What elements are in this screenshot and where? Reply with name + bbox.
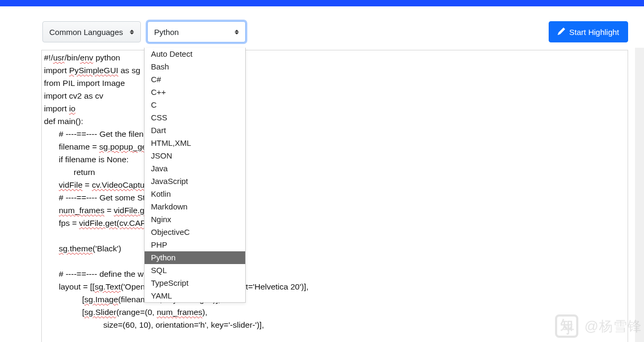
language-option[interactable]: TypeScript — [145, 277, 245, 290]
code-line: vidFile = cv.VideoCapture — [44, 179, 625, 191]
code-line: layout = [[sg.Text('OpenCV Demo', size=(… — [44, 280, 625, 293]
code-line: sg.theme('Black') — [44, 242, 625, 255]
code-line: #!/usr/bin/env python — [44, 51, 625, 64]
start-highlight-label: Start Highlight — [569, 28, 619, 37]
language-select[interactable]: Python — [147, 21, 246, 42]
code-line: def main(): — [44, 115, 625, 128]
app-top-bar — [0, 0, 644, 6]
code-line: # ----==---- Get the filen — [44, 128, 625, 141]
toolbar: Common Languages Python Start Highlight … — [0, 6, 644, 50]
start-highlight-button[interactable]: Start Highlight — [549, 21, 628, 42]
language-option[interactable]: C — [145, 99, 245, 111]
code-line: # ----==---- Get some St — [44, 191, 625, 204]
code-line: num_frames = vidFile.getNT) — [44, 204, 625, 217]
language-option[interactable]: Nginx — [145, 213, 245, 226]
language-option[interactable]: C# — [145, 73, 245, 86]
language-option[interactable]: JavaScript — [145, 175, 245, 188]
language-option[interactable]: Dart — [145, 124, 245, 137]
code-line: return — [44, 166, 625, 179]
code-line: import cv2 as cv — [44, 90, 625, 102]
code-line: # ----==---- define the window layout --… — [44, 268, 625, 280]
code-line: fps = vidFile.get(cv.CAP_F — [44, 217, 625, 230]
vertical-scrollbar[interactable] — [635, 48, 644, 342]
language-option[interactable]: Auto Detect — [145, 48, 245, 60]
code-line: filename = sg.popup_get — [44, 141, 625, 153]
code-line: if filename is None: — [44, 153, 625, 166]
language-option[interactable]: SQL — [145, 264, 245, 277]
language-option[interactable]: Bash — [145, 60, 245, 73]
code-editor[interactable]: #!/usr/bin/env python import PySimpleGUI… — [41, 50, 628, 342]
caret-updown-icon — [235, 30, 239, 34]
common-languages-select[interactable]: Common Languages — [42, 21, 141, 42]
code-line: [sg.Image(filename='', key='-image-')], — [44, 293, 625, 306]
language-option[interactable]: C++ — [145, 86, 245, 99]
language-option[interactable]: Kotlin — [145, 188, 245, 200]
caret-updown-icon — [130, 30, 134, 34]
language-option[interactable]: Python — [145, 251, 245, 264]
code-line: from PIL import Image — [44, 77, 625, 90]
language-option[interactable]: JSON — [145, 150, 245, 162]
language-option[interactable]: CSS — [145, 111, 245, 124]
language-select-value: Python — [154, 28, 179, 37]
common-languages-label: Common Languages — [49, 28, 123, 37]
code-line: [sg.Slider(range=(0, num_frames), — [44, 306, 625, 319]
pencil-icon — [558, 28, 565, 37]
language-option[interactable]: HTML,XML — [145, 137, 245, 150]
language-option[interactable]: ObjectiveC — [145, 226, 245, 239]
code-line — [44, 230, 625, 242]
language-option[interactable]: PHP — [145, 239, 245, 251]
language-dropdown[interactable]: Auto DetectBashC#C++CCSSDartHTML,XMLJSON… — [144, 48, 246, 303]
code-line: size=(60, 10), orientation='h', key='-sl… — [44, 319, 625, 331]
code-line: import io — [44, 102, 625, 115]
language-option[interactable]: YAML — [145, 290, 245, 302]
language-option[interactable]: Java — [145, 162, 245, 175]
code-line: import PySimpleGUI as sg — [44, 64, 625, 77]
language-option[interactable]: Markdown — [145, 200, 245, 213]
code-line — [44, 255, 625, 268]
